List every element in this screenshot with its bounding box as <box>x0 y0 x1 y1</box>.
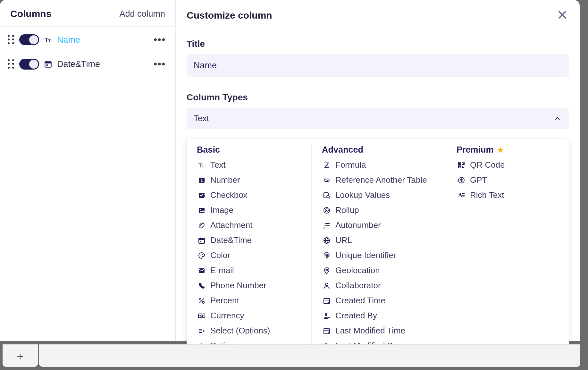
type-option-label: Number <box>210 175 240 185</box>
svg-rect-6 <box>46 64 48 66</box>
type-option[interactable]: Last Modified Time <box>321 325 436 336</box>
type-option[interactable]: Checkbox <box>196 189 302 201</box>
close-icon <box>557 9 568 21</box>
svg-point-29 <box>203 315 204 316</box>
type-option-label: Autonumber <box>335 220 381 230</box>
svg-rect-60 <box>463 163 464 164</box>
created-by-icon <box>323 312 331 320</box>
geolocation-icon <box>323 266 331 275</box>
type-option[interactable]: QR Code <box>456 159 559 171</box>
type-option[interactable]: Created Time <box>321 295 436 306</box>
type-option[interactable]: 1Number <box>196 174 302 186</box>
type-option[interactable]: Select (Options) <box>196 325 302 336</box>
svg-text:2: 2 <box>323 224 325 227</box>
type-option-label: QR Code <box>470 160 505 170</box>
percent-icon <box>197 297 206 305</box>
visibility-toggle[interactable] <box>19 34 39 45</box>
type-option[interactable]: E-mail <box>196 265 302 276</box>
drag-handle-icon[interactable] <box>8 35 15 45</box>
type-option-label: Rich Text <box>470 190 504 200</box>
type-option-label: Checkbox <box>210 190 248 200</box>
customize-column-pane: Customize column Title Column Types Text… <box>176 0 580 341</box>
type-option[interactable]: Percent <box>196 295 302 306</box>
column-label: Date&Time <box>57 59 100 69</box>
modified-time-icon <box>323 327 331 335</box>
type-option[interactable]: Formula <box>321 159 436 171</box>
add-tab-button[interactable]: ＋ <box>3 344 38 367</box>
add-column-button[interactable]: Add column <box>119 9 165 19</box>
type-option-label: Image <box>210 205 233 215</box>
type-option[interactable]: Created By <box>321 310 436 321</box>
type-option[interactable]: Attachment <box>196 220 302 231</box>
link-icon <box>323 176 331 184</box>
type-option[interactable]: Date&Time <box>196 235 302 246</box>
attachment-icon <box>197 221 206 230</box>
type-option[interactable]: Reference Another Table <box>321 174 436 186</box>
svg-point-21 <box>202 254 203 255</box>
sidebar-header: Columns Add column <box>0 0 175 27</box>
svg-point-49 <box>325 283 328 286</box>
svg-rect-3 <box>45 62 51 63</box>
svg-point-34 <box>327 195 329 198</box>
close-button[interactable] <box>556 9 569 22</box>
svg-line-35 <box>329 198 330 198</box>
title-input[interactable] <box>187 54 569 77</box>
chevron-up-icon <box>553 114 562 123</box>
svg-text:T: T <box>202 164 204 168</box>
svg-rect-62 <box>462 166 463 167</box>
dropdown-group-label: Basic <box>197 145 220 155</box>
type-option-label: Color <box>210 250 230 260</box>
type-option-label: Phone Number <box>210 281 266 290</box>
svg-point-20 <box>201 253 202 254</box>
fingerprint-icon <box>323 251 331 260</box>
type-option-label: Reference Another Table <box>335 175 427 185</box>
type-option-label: Text <box>210 160 226 170</box>
column-type-select[interactable]: Text <box>187 108 569 129</box>
type-option[interactable]: ARich Text <box>456 189 559 201</box>
dropdown-group-header: Basic <box>196 145 302 155</box>
column-more-button[interactable]: ••• <box>152 34 168 45</box>
columns-sidebar: Columns Add column TTName•••Date&Time••• <box>0 0 176 341</box>
type-option[interactable]: Image <box>196 205 302 216</box>
svg-text:A: A <box>458 192 462 198</box>
sidebar-title: Columns <box>10 8 51 19</box>
drag-handle-icon[interactable] <box>8 59 15 69</box>
formula-icon <box>323 161 331 169</box>
svg-line-25 <box>199 299 204 303</box>
type-option[interactable]: GPT <box>456 174 559 186</box>
calendar-icon <box>197 236 206 245</box>
calendar-icon <box>44 60 53 69</box>
text-icon: TT <box>44 35 53 44</box>
column-more-button[interactable]: ••• <box>152 59 168 70</box>
type-option[interactable]: Phone Number <box>196 280 302 291</box>
svg-rect-61 <box>459 166 460 167</box>
type-option[interactable]: URL <box>321 235 436 246</box>
svg-point-24 <box>202 301 204 303</box>
type-option[interactable]: Lookup Values <box>321 189 436 201</box>
type-option[interactable]: 123Autonumber <box>321 220 436 231</box>
type-option-label: Geolocation <box>335 265 380 275</box>
dropdown-group-label: Premium <box>457 145 494 155</box>
visibility-toggle[interactable] <box>19 59 39 70</box>
type-option-label: Formula <box>335 160 366 170</box>
dropdown-group-label: Advanced <box>322 145 363 155</box>
checkbox-icon <box>197 191 206 199</box>
svg-rect-64 <box>462 167 463 168</box>
lookup-icon <box>323 191 331 199</box>
type-option[interactable]: Color <box>196 250 302 261</box>
svg-text:3: 3 <box>323 227 325 229</box>
type-option[interactable]: Geolocation <box>321 265 436 276</box>
column-row[interactable]: Date&Time••• <box>8 57 168 71</box>
type-option[interactable]: Collaborator <box>321 280 436 291</box>
type-option[interactable]: Unique Identifier <box>321 250 436 261</box>
columns-list: TTName•••Date&Time••• <box>0 27 175 77</box>
svg-rect-53 <box>324 329 330 334</box>
type-option[interactable]: TTText <box>196 159 302 171</box>
type-option[interactable]: Currency <box>196 310 302 321</box>
type-option[interactable]: Rollup <box>321 205 436 216</box>
email-icon <box>197 266 206 275</box>
rich-text-icon: A <box>457 191 466 199</box>
phone-icon <box>197 282 206 290</box>
svg-rect-59 <box>459 163 460 164</box>
column-row[interactable]: TTName••• <box>8 32 168 47</box>
